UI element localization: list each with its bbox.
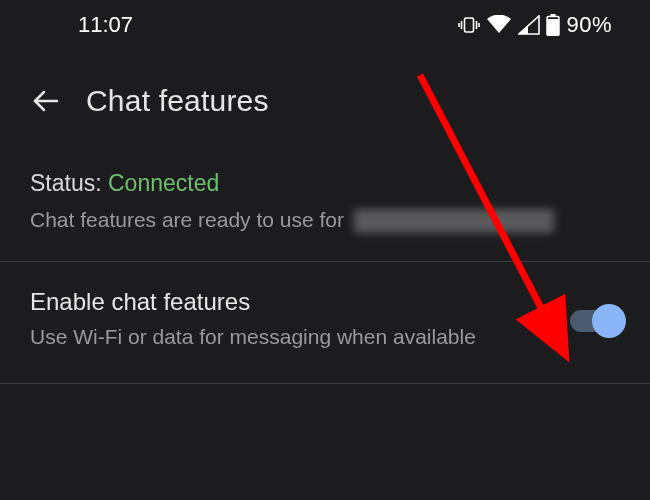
status-bar: 11:07 90% bbox=[0, 0, 650, 50]
svg-rect-0 bbox=[465, 18, 474, 32]
status-description-text: Chat features are ready to use for bbox=[30, 208, 344, 231]
arrow-left-icon bbox=[31, 86, 61, 116]
enable-title: Enable chat features bbox=[30, 288, 540, 316]
vibrate-icon bbox=[458, 15, 480, 35]
app-header: Chat features bbox=[0, 50, 650, 148]
status-description: Chat features are ready to use for bbox=[30, 205, 620, 235]
status-value: Connected bbox=[108, 170, 219, 196]
status-time: 11:07 bbox=[78, 12, 133, 38]
enable-chat-features-row[interactable]: Enable chat features Use Wi-Fi or data f… bbox=[0, 262, 650, 383]
status-right-cluster: 90% bbox=[458, 12, 612, 38]
status-line: Status: Connected bbox=[30, 170, 620, 197]
row-text: Enable chat features Use Wi-Fi or data f… bbox=[30, 288, 570, 352]
page-title: Chat features bbox=[86, 84, 269, 118]
battery-icon bbox=[546, 14, 560, 36]
signal-icon bbox=[518, 15, 540, 35]
enable-description: Use Wi-Fi or data for messaging when ava… bbox=[30, 322, 540, 352]
status-label: Status: bbox=[30, 170, 108, 196]
toggle-knob bbox=[592, 304, 626, 338]
svg-rect-7 bbox=[547, 19, 559, 36]
back-button[interactable] bbox=[30, 85, 62, 117]
redacted-phone-number bbox=[354, 209, 554, 233]
wifi-icon bbox=[486, 15, 512, 35]
battery-percent: 90% bbox=[566, 12, 612, 38]
status-section: Status: Connected Chat features are read… bbox=[0, 148, 650, 262]
enable-chat-features-toggle[interactable] bbox=[570, 310, 620, 332]
